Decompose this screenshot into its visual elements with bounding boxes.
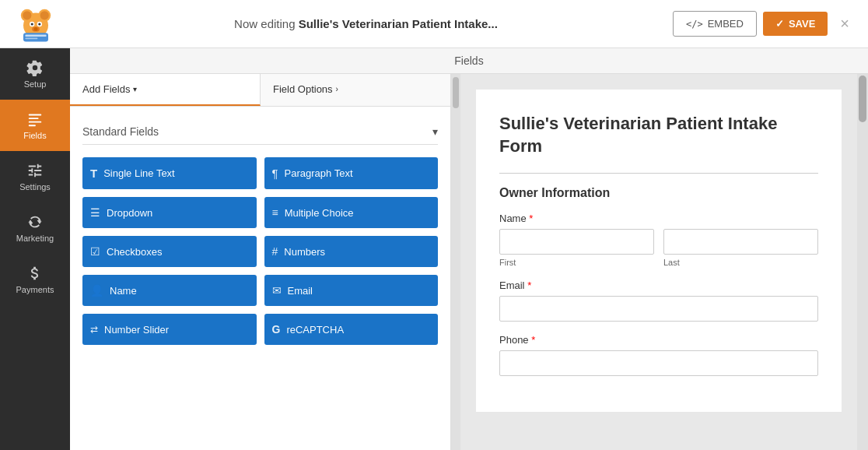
gear-icon xyxy=(26,59,44,76)
sidebar-item-payments-label: Payments xyxy=(16,285,54,294)
fields-grid: T Single Line Text ¶ Paragraph Text ☰ Dr… xyxy=(82,157,438,345)
sidebar-item-marketing[interactable]: Marketing xyxy=(0,202,70,254)
header-actions: </> EMBED ✓ SAVE × xyxy=(673,11,856,37)
svg-rect-15 xyxy=(29,118,39,119)
svg-point-7 xyxy=(31,23,33,25)
check-icon: ✓ xyxy=(775,18,784,30)
form-field-name-label: Name * xyxy=(499,213,818,224)
single-line-text-icon: T xyxy=(90,167,97,180)
field-btn-checkboxes[interactable]: ☑ Checkboxes xyxy=(82,236,257,267)
name-last-label: Last xyxy=(663,258,818,267)
form-field-phone-label: Phone * xyxy=(499,334,818,346)
field-btn-paragraph-text[interactable]: ¶ Paragraph Text xyxy=(264,157,439,189)
sidebar-item-fields[interactable]: Fields xyxy=(0,100,70,151)
right-panel-scrollbar[interactable] xyxy=(857,74,868,450)
form-section-owner: Owner Information xyxy=(499,186,818,200)
scrollbar-thumb xyxy=(859,76,866,122)
phone-input[interactable] xyxy=(499,350,818,376)
name-row: First Last xyxy=(499,229,818,267)
form-preview: Sullie's Veterinarian Patient Intake For… xyxy=(476,90,842,412)
content-area: Fields Add Fields ▾ Field Options › xyxy=(70,48,868,450)
panel-body: Standard Fields ▾ T Single Line Text ¶ P… xyxy=(70,107,450,450)
numbers-icon: # xyxy=(272,245,278,258)
sidebar-item-payments[interactable]: Payments xyxy=(0,254,70,305)
svg-point-8 xyxy=(38,23,40,25)
fields-icon xyxy=(26,111,44,128)
form-divider xyxy=(499,173,818,174)
name-first-group: First xyxy=(499,229,654,267)
name-last-group: Last xyxy=(663,229,818,267)
marketing-icon xyxy=(26,213,44,230)
name-last-input[interactable] xyxy=(663,229,818,255)
chevron-right-icon: › xyxy=(336,85,338,93)
svg-point-4 xyxy=(40,11,49,19)
form-field-name: Name * First Last xyxy=(499,213,818,267)
field-btn-numbers[interactable]: # Numbers xyxy=(264,236,439,267)
multiple-choice-icon: ≡ xyxy=(272,206,278,219)
svg-rect-14 xyxy=(29,114,42,116)
checkboxes-icon: ☑ xyxy=(90,245,100,258)
sidebar-item-setup-label: Setup xyxy=(24,79,47,89)
svg-rect-16 xyxy=(29,121,42,123)
fields-header-label: Fields xyxy=(454,54,483,67)
svg-point-3 xyxy=(23,11,31,19)
section-chevron-icon: ▾ xyxy=(432,125,438,138)
panel-tabs: Add Fields ▾ Field Options › xyxy=(70,74,450,107)
form-field-email: Email * xyxy=(499,279,818,322)
left-panel: Add Fields ▾ Field Options › Standard Fi… xyxy=(70,74,451,450)
field-btn-dropdown[interactable]: ☰ Dropdown xyxy=(82,197,257,228)
editing-title: Now editing Sullie's Veterinarian Patien… xyxy=(59,17,673,30)
svg-rect-12 xyxy=(25,34,46,36)
standard-fields-header: Standard Fields ▾ xyxy=(82,119,438,145)
main-layout: Setup Fields Settings Marketing xyxy=(0,48,868,450)
name-first-input[interactable] xyxy=(499,229,654,255)
left-sidebar: Setup Fields Settings Marketing xyxy=(0,48,70,450)
recaptcha-icon: G xyxy=(272,323,281,336)
sidebar-item-fields-label: Fields xyxy=(23,131,46,140)
field-btn-recaptcha[interactable]: G reCAPTCHA xyxy=(264,314,439,345)
number-slider-icon: ⇄ xyxy=(90,324,98,335)
standard-fields-label: Standard Fields xyxy=(82,125,159,138)
name-first-label: First xyxy=(499,258,654,267)
top-header: Now editing Sullie's Veterinarian Patien… xyxy=(0,0,868,48)
sidebar-item-settings-label: Settings xyxy=(19,182,51,192)
sidebar-item-marketing-label: Marketing xyxy=(16,234,54,243)
form-name: Sullie's Veterinarian Patient Intake... xyxy=(299,17,498,30)
embed-icon: </> xyxy=(686,19,703,30)
svg-rect-13 xyxy=(25,37,37,39)
form-field-email-label: Email * xyxy=(499,279,818,291)
field-btn-name[interactable]: 👤 Name xyxy=(82,275,257,306)
dropdown-icon: ☰ xyxy=(90,206,100,219)
field-btn-multiple-choice[interactable]: ≡ Multiple Choice xyxy=(264,197,439,228)
email-icon: ✉ xyxy=(272,284,282,297)
app-logo xyxy=(12,5,59,43)
field-btn-number-slider[interactable]: ⇄ Number Slider xyxy=(82,314,257,345)
embed-button[interactable]: </> EMBED xyxy=(673,11,757,37)
form-preview-panel: Sullie's Veterinarian Patient Intake For… xyxy=(460,74,857,450)
left-panel-scrollbar[interactable] xyxy=(451,74,460,450)
settings-icon xyxy=(26,162,44,179)
form-field-phone: Phone * xyxy=(499,334,818,376)
paragraph-text-icon: ¶ xyxy=(272,167,278,180)
svg-rect-11 xyxy=(23,33,48,41)
email-input[interactable] xyxy=(499,296,818,322)
form-title: Sullie's Veterinarian Patient Intake For… xyxy=(499,113,818,157)
field-btn-email[interactable]: ✉ Email xyxy=(264,275,439,306)
chevron-down-icon: ▾ xyxy=(133,85,137,93)
editing-prefix: Now editing xyxy=(234,17,299,30)
name-icon: 👤 xyxy=(90,284,103,297)
svg-rect-17 xyxy=(29,125,36,126)
fields-header: Fields xyxy=(70,48,868,74)
sidebar-item-setup[interactable]: Setup xyxy=(0,48,70,100)
sidebar-item-settings[interactable]: Settings xyxy=(0,151,70,202)
payments-icon xyxy=(26,265,44,282)
tab-add-fields[interactable]: Add Fields ▾ xyxy=(70,74,261,106)
svg-point-10 xyxy=(34,27,38,31)
field-btn-single-line-text[interactable]: T Single Line Text xyxy=(82,157,257,189)
tab-field-options[interactable]: Field Options › xyxy=(261,74,450,106)
save-button[interactable]: ✓ SAVE xyxy=(763,12,828,36)
fields-body: Add Fields ▾ Field Options › Standard Fi… xyxy=(70,74,868,450)
close-button[interactable]: × xyxy=(834,12,856,36)
